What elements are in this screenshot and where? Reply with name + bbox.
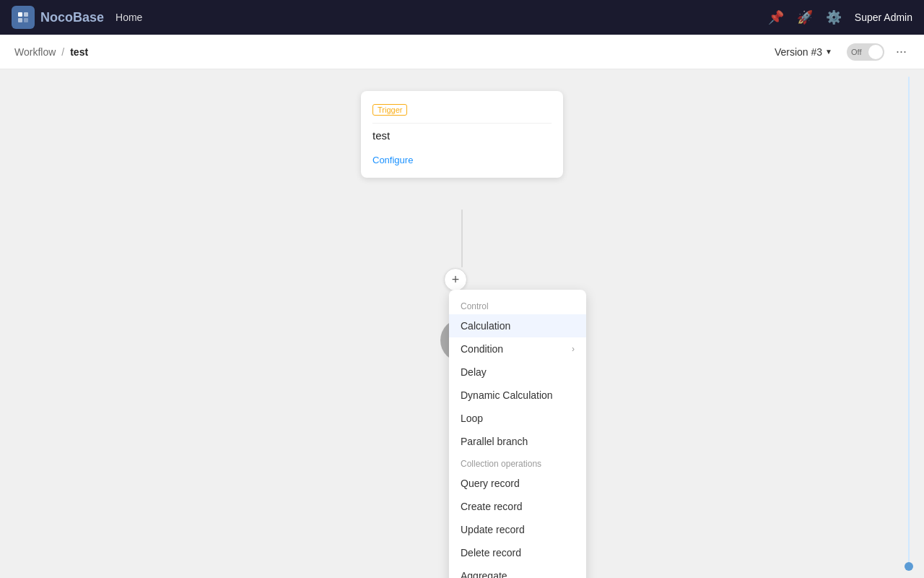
svg-rect-2: [18, 18, 22, 22]
trigger-title: test: [372, 123, 552, 147]
gear-icon[interactable]: ⚙️: [826, 9, 842, 25]
trigger-card: Trigger test Configure: [361, 91, 563, 178]
menu-item-loop[interactable]: Loop: [449, 407, 586, 430]
add-node-button[interactable]: +: [444, 268, 467, 291]
menu-item-create-record[interactable]: Create record: [449, 495, 586, 518]
svg-rect-1: [24, 12, 28, 17]
control-section-label: Control: [449, 296, 586, 314]
svg-rect-3: [24, 18, 28, 22]
user-label[interactable]: Super Admin: [855, 12, 912, 23]
node-type-dropdown: Control Calculation Condition › Delay Dy…: [449, 290, 586, 578]
menu-item-parallel-branch[interactable]: Parallel branch: [449, 430, 586, 453]
logo[interactable]: NocoBase: [12, 6, 104, 29]
topnav-right: 📌 🚀 ⚙️ Super Admin: [768, 9, 912, 25]
nav-home[interactable]: Home: [116, 12, 142, 23]
logo-icon: [12, 6, 35, 29]
collection-section-label: Collection operations: [449, 453, 586, 472]
menu-item-calculation[interactable]: Calculation: [449, 314, 586, 337]
workflow-canvas: Trigger test Configure + Control Calcula…: [0, 69, 924, 578]
breadcrumb-current: test: [70, 46, 88, 58]
logo-text: NocoBase: [40, 10, 104, 25]
menu-item-dynamic-calculation[interactable]: Dynamic Calculation: [449, 384, 586, 407]
trigger-badge: Trigger: [372, 104, 407, 116]
menu-item-condition[interactable]: Condition ›: [449, 337, 586, 361]
breadcrumb-bar: Workflow / test Version #3 ▼ Off ···: [0, 35, 924, 69]
configure-link[interactable]: Configure: [372, 155, 413, 165]
breadcrumb-separator: /: [61, 46, 64, 58]
breadcrumb-actions: Version #3 ▼ Off ···: [769, 41, 910, 62]
menu-item-query-record[interactable]: Query record: [449, 472, 586, 495]
top-navbar: NocoBase Home 📌 🚀 ⚙️ Super Admin: [0, 0, 924, 35]
svg-rect-0: [18, 12, 22, 17]
canvas-scrollbar[interactable]: [908, 77, 910, 571]
pin-icon[interactable]: 📌: [768, 9, 784, 25]
chevron-down-icon: ▼: [825, 48, 832, 56]
more-options-button[interactable]: ···: [893, 41, 910, 62]
breadcrumb-workflow[interactable]: Workflow: [14, 46, 56, 58]
toggle-label: Off: [851, 48, 861, 56]
connector-line: [461, 210, 463, 267]
menu-item-aggregate[interactable]: Aggregate: [449, 564, 586, 578]
scrollbar-thumb: [905, 562, 913, 571]
toggle-thumb: [868, 45, 883, 59]
menu-item-update-record[interactable]: Update record: [449, 518, 586, 541]
chevron-right-icon: ›: [572, 344, 575, 354]
menu-item-delay[interactable]: Delay: [449, 361, 586, 384]
scrollbar-track: [908, 77, 910, 571]
rocket-icon[interactable]: 🚀: [797, 9, 813, 25]
version-button[interactable]: Version #3 ▼: [769, 43, 838, 61]
enable-toggle[interactable]: Off: [847, 43, 884, 61]
menu-item-delete-record[interactable]: Delete record: [449, 541, 586, 564]
